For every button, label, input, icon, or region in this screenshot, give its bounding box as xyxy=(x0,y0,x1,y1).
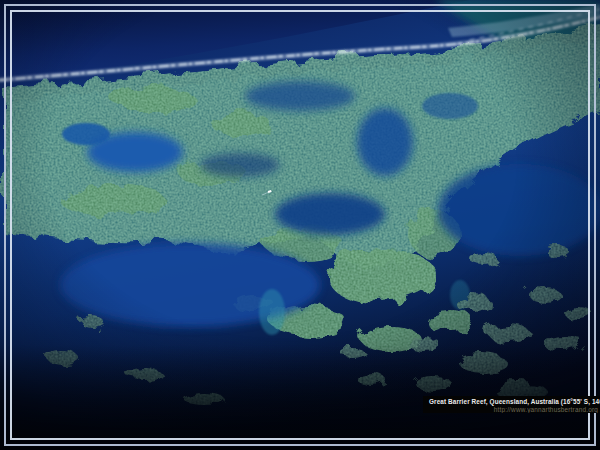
wallpaper: Great Barrier Reef, Queensland, Australi… xyxy=(0,0,600,450)
caption-bar: Great Barrier Reef, Queensland, Australi… xyxy=(423,396,600,413)
caption-location: Great Barrier Reef, Queensland, Australi… xyxy=(429,398,598,406)
reef-photo xyxy=(0,0,600,450)
caption-url: http://www.yannarthusbertrand.org xyxy=(429,406,598,413)
